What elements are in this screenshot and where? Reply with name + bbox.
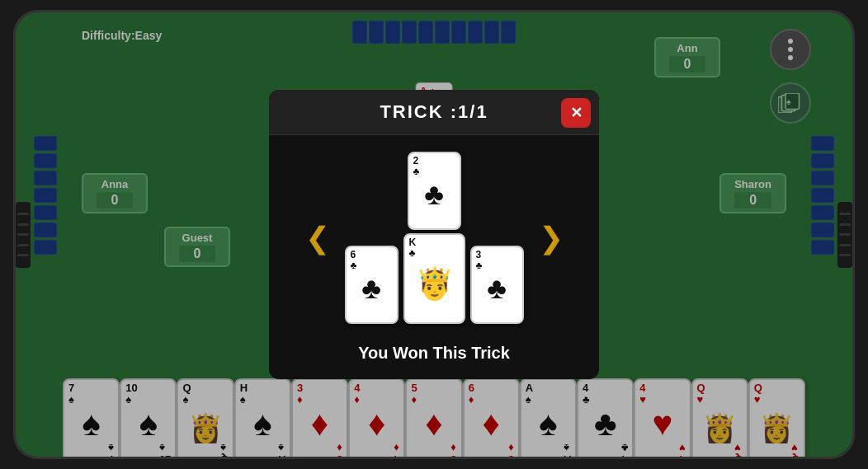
trick-card-kc: K♣ 🤴 xyxy=(403,233,465,324)
trick-card-rank: 6♣ xyxy=(351,250,357,271)
trick-card-rank: K♣ xyxy=(409,237,417,259)
trick-card-suit: ♣ xyxy=(424,177,444,212)
king-icon: 🤴 xyxy=(415,265,454,302)
modal-result-text: You Won This Trick xyxy=(358,344,510,363)
modal-title: TRICK :1/1 xyxy=(380,101,488,122)
trick-modal: TRICK :1/1 ✕ ❮ 6♣ ♣ xyxy=(269,90,599,379)
nav-left-button[interactable]: ❮ xyxy=(297,221,338,256)
nav-right-button[interactable]: ❯ xyxy=(531,221,572,256)
trick-card-6c: 6♣ ♣ xyxy=(345,246,399,324)
modal-header: TRICK :1/1 ✕ xyxy=(269,90,599,135)
trick-card-suit: ♣ xyxy=(361,271,381,306)
modal-overlay: TRICK :1/1 ✕ ❮ 6♣ ♣ xyxy=(16,12,852,457)
trick-card-rank: 2♣ xyxy=(413,156,420,177)
game-table: Difficulty:Easy A ♦ xyxy=(16,12,852,457)
trick-card-rank: 3♣ xyxy=(476,250,483,271)
trick-cards-row: ❮ 6♣ ♣ 2♣ ♣ xyxy=(297,152,572,324)
modal-close-button[interactable]: ✕ xyxy=(561,98,591,128)
trick-card-3c: 3♣ ♣ xyxy=(470,246,524,324)
trick-card-suit: ♣ xyxy=(487,271,507,306)
modal-body: ❮ 6♣ ♣ 2♣ ♣ xyxy=(269,135,599,379)
device: Difficulty:Easy A ♦ xyxy=(13,10,855,459)
trick-card-2c: 2♣ ♣ xyxy=(408,152,461,230)
trick-cards: 6♣ ♣ 2♣ ♣ K♣ xyxy=(345,152,524,324)
